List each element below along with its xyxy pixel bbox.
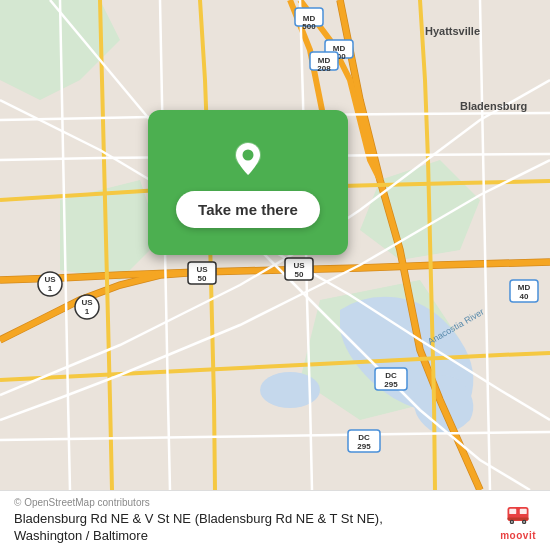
- svg-point-49: [523, 521, 525, 523]
- svg-rect-45: [508, 518, 529, 521]
- svg-text:1: 1: [48, 284, 53, 293]
- location-pin-icon: [226, 137, 270, 181]
- location-card: Take me there: [148, 110, 348, 255]
- svg-point-41: [243, 150, 254, 161]
- moovit-brand-text: moovit: [500, 530, 536, 541]
- svg-text:50: 50: [198, 274, 207, 283]
- svg-text:1: 1: [85, 307, 90, 316]
- svg-text:40: 40: [520, 292, 529, 301]
- svg-text:US: US: [196, 265, 208, 274]
- svg-text:Bladensburg: Bladensburg: [460, 100, 527, 112]
- svg-rect-43: [509, 509, 516, 514]
- svg-text:MD: MD: [518, 283, 531, 292]
- svg-text:US: US: [81, 298, 93, 307]
- svg-text:50: 50: [295, 270, 304, 279]
- moovit-icon: [504, 500, 532, 528]
- svg-text:500: 500: [302, 22, 316, 31]
- map-container: MD 500 MD 500 MD 208 US 1 US 1 US 50 US …: [0, 0, 550, 490]
- info-bar: © OpenStreetMap contributors Bladensburg…: [0, 490, 550, 550]
- svg-text:US: US: [44, 275, 56, 284]
- moovit-logo: moovit: [500, 500, 536, 541]
- location-name: Bladensburg Rd NE & V St NE (Bladensburg…: [14, 511, 454, 545]
- svg-text:208: 208: [317, 64, 331, 73]
- svg-text:US: US: [293, 261, 305, 270]
- take-me-there-button[interactable]: Take me there: [176, 191, 320, 228]
- svg-text:DC: DC: [385, 371, 397, 380]
- svg-text:Hyattsville: Hyattsville: [425, 25, 480, 37]
- svg-rect-44: [520, 509, 527, 514]
- info-text-block: © OpenStreetMap contributors Bladensburg…: [14, 497, 454, 545]
- svg-point-48: [511, 521, 513, 523]
- map-attribution: © OpenStreetMap contributors: [14, 497, 454, 508]
- svg-text:DC: DC: [358, 433, 370, 442]
- svg-text:295: 295: [357, 442, 371, 451]
- svg-text:295: 295: [384, 380, 398, 389]
